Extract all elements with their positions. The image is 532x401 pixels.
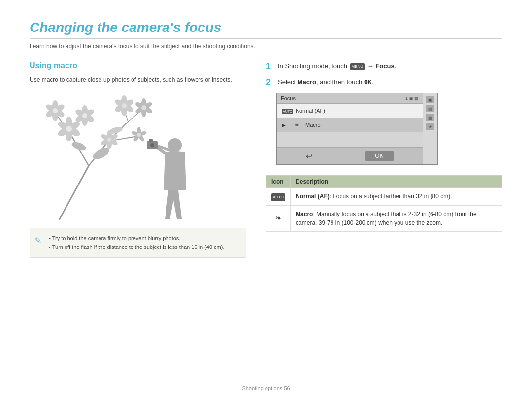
macro-label: Macro	[305, 122, 321, 128]
macro-arrow: ▶	[282, 123, 286, 128]
side-icon-1: ▣	[426, 96, 434, 103]
footer-text: Shooting options 56	[242, 385, 290, 391]
side-icon-3: ▦	[426, 114, 434, 121]
svg-rect-63	[149, 139, 153, 142]
table-row-normal: AUTO Normal (AF): Focus on a subject far…	[266, 188, 502, 206]
table-header-icon: Icon	[266, 176, 291, 188]
camera-ui: Focus 1 ▣ ▦ AUTO Normal (AF)	[276, 93, 438, 165]
ok-button-cam[interactable]: OK	[365, 151, 393, 161]
note-item-1: Try to hold the camera firmly to prevent…	[49, 234, 239, 243]
step-1-text: In Shooting mode, touch MENU → Focus.	[278, 62, 396, 71]
note-icon: ✎	[35, 234, 45, 244]
cam-icon-1: 1	[405, 96, 408, 101]
title-divider	[30, 38, 502, 39]
svg-point-23	[53, 108, 58, 113]
menu-icon: MENU	[350, 63, 365, 70]
step-2-text: Select Macro, and then touch OK.	[278, 77, 373, 87]
camera-screen: Focus 1 ▣ ▦ AUTO Normal (AF)	[277, 93, 423, 164]
cam-icon-2: ▣	[409, 96, 413, 101]
back-button-cam[interactable]: ↩	[306, 152, 312, 161]
cam-icon-3: ▦	[414, 96, 419, 101]
camera-menu-normal[interactable]: AUTO Normal (AF)	[277, 104, 423, 118]
macro-flower-icon: ❧	[275, 214, 282, 222]
camera-header: Focus 1 ▣ ▦	[277, 93, 423, 104]
note-list: Try to hold the camera firmly to prevent…	[49, 234, 239, 251]
normal-af-table-icon: AUTO	[266, 188, 291, 206]
camera-footer: ↩ OK	[277, 147, 423, 164]
svg-point-44	[141, 105, 146, 110]
normal-af-desc: Normal (AF): Focus on a subject farther …	[291, 188, 502, 206]
left-column: Using macro Use macro to capture close-u…	[30, 62, 246, 258]
svg-point-37	[122, 103, 127, 108]
side-icon-4: ◈	[426, 123, 434, 130]
svg-point-64	[150, 143, 154, 147]
camera-menu-macro[interactable]: ▶ ❧ Macro	[277, 118, 423, 132]
svg-point-51	[107, 138, 111, 142]
camera-header-title: Focus	[281, 95, 296, 101]
note-item-2: Turn off the flash if the distance to th…	[49, 243, 239, 252]
table-row-macro: ❧ Macro: Manually focus on a subject tha…	[266, 206, 502, 232]
normal-af-icon: AUTO	[282, 107, 292, 114]
camera-menu-items: AUTO Normal (AF) ▶ ❧ Macro	[277, 104, 423, 147]
svg-point-16	[66, 126, 72, 132]
right-column: 1 In Shooting mode, touch MENU → Focus. …	[266, 62, 502, 258]
step-2-number: 2	[266, 77, 274, 88]
step-2: 2 Select Macro, and then touch OK.	[266, 77, 502, 88]
macro-desc: Macro: Manually focus on a subject that …	[291, 206, 502, 232]
page-title: Changing the camera's focus	[30, 20, 502, 35]
illustration	[30, 92, 217, 220]
page-subtitle: Learn how to adjust the camera's focus t…	[30, 43, 502, 50]
camera-header-icons: 1 ▣ ▦	[405, 96, 419, 101]
note-box: ✎ Try to hold the camera firmly to preve…	[30, 228, 246, 258]
description-table: Icon Description AUTO Normal (AF): Focus…	[266, 175, 502, 232]
svg-point-30	[82, 113, 87, 118]
step-1-number: 1	[266, 62, 274, 72]
macro-table-icon: ❧	[266, 206, 291, 232]
normal-af-label: Normal (AF)	[296, 108, 325, 114]
table-header-desc: Description	[291, 176, 502, 188]
empty-row	[277, 132, 423, 147]
svg-point-57	[137, 133, 141, 137]
side-icon-2: ▤	[426, 105, 434, 112]
section-heading: Using macro	[30, 62, 246, 70]
section-description: Use macro to capture close-up photos of …	[30, 75, 246, 84]
step-1: 1 In Shooting mode, touch MENU → Focus.	[266, 62, 502, 72]
camera-side-icons: ▣ ▤ ▦ ◈	[423, 93, 437, 164]
page-footer: Shooting options 56	[0, 385, 532, 391]
auto-icon: AUTO	[271, 193, 285, 201]
macro-icon-cam: ❧	[292, 122, 301, 128]
